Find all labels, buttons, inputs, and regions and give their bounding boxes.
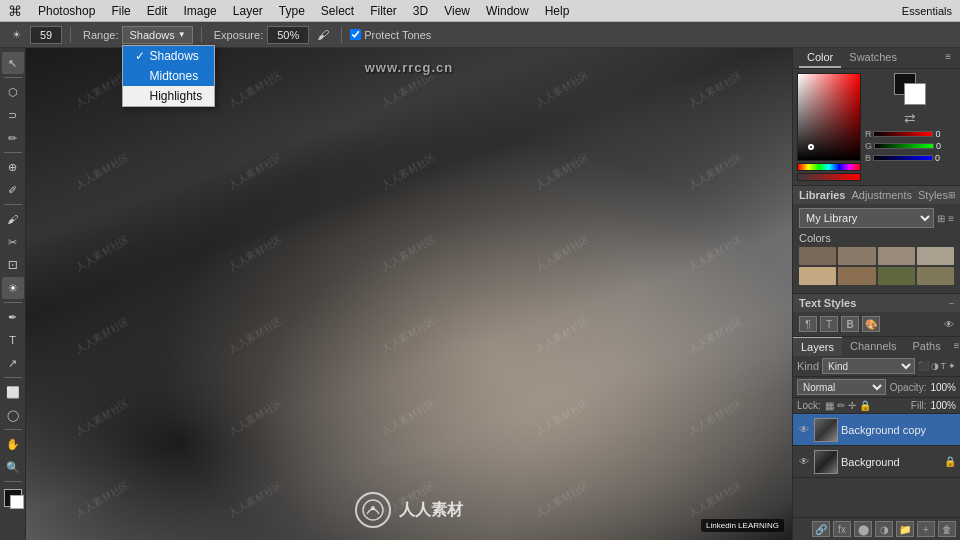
tab-channels[interactable]: Channels <box>842 337 904 356</box>
menu-select[interactable]: Select <box>313 0 362 22</box>
library-menu-icon[interactable]: ≡ <box>948 213 954 224</box>
panel-collapse-icon[interactable]: ≡ <box>942 48 954 68</box>
libraries-grid-icon[interactable]: ⊞ <box>948 190 956 200</box>
lock-transparent-icon[interactable]: ▦ <box>825 400 834 411</box>
swatch-5[interactable] <box>838 267 875 285</box>
filter-kind-select[interactable]: Kind <box>822 358 914 374</box>
swatch-2[interactable] <box>878 247 915 265</box>
libraries-panel-header[interactable]: Libraries Adjustments Styles ⊞ ≡ – <box>793 186 960 204</box>
foreground-color[interactable] <box>4 489 22 507</box>
tool-lasso[interactable]: ⊃ <box>2 104 24 126</box>
layers-link-icon[interactable]: 🔗 <box>812 521 830 537</box>
library-select[interactable]: My Library <box>799 208 934 228</box>
lock-position-icon[interactable]: ✛ <box>848 400 856 411</box>
r-slider[interactable] <box>873 131 933 137</box>
menu-filter[interactable]: Filter <box>362 0 405 22</box>
menu-image[interactable]: Image <box>175 0 224 22</box>
swap-colors-icon[interactable]: ⇄ <box>904 110 916 126</box>
range-option-midtones[interactable]: ✓Midtones <box>123 66 214 86</box>
ts-paragraph-icon[interactable]: ¶ <box>799 316 817 332</box>
ts-color-icon[interactable]: 🎨 <box>862 316 880 332</box>
exposure-input[interactable] <box>267 26 309 44</box>
tool-marquee[interactable]: ⬡ <box>2 81 24 103</box>
layer-row-bg-copy[interactable]: 👁 Background copy <box>793 414 960 446</box>
hue-slider[interactable] <box>797 163 861 171</box>
airbrush-icon[interactable]: 🖌 <box>313 25 333 45</box>
tool-zoom[interactable]: 🔍 <box>2 456 24 478</box>
menu-photoshop[interactable]: Photoshop <box>30 0 103 22</box>
tool-clone[interactable]: ✂ <box>2 231 24 253</box>
menu-file[interactable]: File <box>103 0 138 22</box>
filter-px-icon[interactable]: ⬛ <box>918 361 929 371</box>
layer-name-bg-copy[interactable]: Background copy <box>841 424 956 436</box>
swatch-1[interactable] <box>838 247 875 265</box>
b-slider[interactable] <box>873 155 933 161</box>
menu-window[interactable]: Window <box>478 0 537 22</box>
layers-adj-icon[interactable]: ◑ <box>875 521 893 537</box>
library-add-icon[interactable]: ⊞ <box>937 213 945 224</box>
range-option-shadows[interactable]: ✓Shadows <box>123 46 214 66</box>
g-slider[interactable] <box>874 143 934 149</box>
tab-layers[interactable]: Layers <box>793 337 842 356</box>
background-swatch[interactable] <box>904 83 926 105</box>
brush-size-input[interactable] <box>30 26 62 44</box>
tool-pen[interactable]: ✒ <box>2 306 24 328</box>
blend-mode-select[interactable]: Normal <box>797 379 886 395</box>
apple-menu[interactable]: ⌘ <box>0 3 30 19</box>
protect-tones-checkbox[interactable]: Protect Tones <box>350 29 431 41</box>
swatch-6[interactable] <box>878 267 915 285</box>
tool-path[interactable]: ↗ <box>2 352 24 374</box>
range-dropdown[interactable]: Shadows ▼ ✓Shadows ✓Midtones ✓Highlights <box>122 26 192 44</box>
menu-edit[interactable]: Edit <box>139 0 176 22</box>
tool-wand[interactable]: ✏ <box>2 127 24 149</box>
tool-eyedropper[interactable]: ✐ <box>2 179 24 201</box>
alpha-slider[interactable] <box>797 173 861 181</box>
filter-smart-icon[interactable]: ✦ <box>948 361 956 371</box>
background-color[interactable] <box>10 495 24 509</box>
tool-hand[interactable]: ✋ <box>2 433 24 455</box>
filter-type-icon[interactable]: T <box>941 361 947 371</box>
fg-bg-colors[interactable] <box>894 73 926 105</box>
tool-3d[interactable]: ◯ <box>2 404 24 426</box>
lock-brush-icon[interactable]: ✏ <box>837 400 845 411</box>
menu-view[interactable]: View <box>436 0 478 22</box>
menu-type[interactable]: Type <box>271 0 313 22</box>
layers-folder-icon[interactable]: 📁 <box>896 521 914 537</box>
tab-swatches[interactable]: Swatches <box>841 48 905 68</box>
swatch-7[interactable] <box>917 267 954 285</box>
styles-tab[interactable]: Styles <box>918 189 948 201</box>
text-styles-header[interactable]: Text Styles – <box>793 294 960 312</box>
layers-delete-icon[interactable]: 🗑 <box>938 521 956 537</box>
tab-paths[interactable]: Paths <box>905 337 949 356</box>
tool-shape[interactable]: ⬜ <box>2 381 24 403</box>
color-gradient-area[interactable] <box>797 73 861 181</box>
layer-visibility-icon-bg[interactable]: 👁 <box>797 455 811 469</box>
menu-3d[interactable]: 3D <box>405 0 436 22</box>
layers-fx-icon[interactable]: fx <box>833 521 851 537</box>
layer-visibility-icon-bg-copy[interactable]: 👁 <box>797 423 811 437</box>
ts-bold-icon[interactable]: B <box>841 316 859 332</box>
ts-eye-icon[interactable]: 👁 <box>944 318 954 330</box>
tool-heal[interactable]: ⚀ <box>2 254 24 276</box>
fill-value[interactable]: 100% <box>930 400 956 411</box>
range-option-highlights[interactable]: ✓Highlights <box>123 86 214 106</box>
swatch-4[interactable] <box>799 267 836 285</box>
protect-tones-input[interactable] <box>350 29 361 40</box>
ts-font-icon[interactable]: T <box>820 316 838 332</box>
filter-adj-icon[interactable]: ◑ <box>931 361 939 371</box>
swatch-0[interactable] <box>799 247 836 265</box>
tool-crop[interactable]: ⊕ <box>2 156 24 178</box>
tool-dodge[interactable]: ☀ <box>2 277 24 299</box>
menu-help[interactable]: Help <box>537 0 578 22</box>
layers-new-icon[interactable]: + <box>917 521 935 537</box>
lock-all-icon[interactable]: 🔒 <box>859 400 871 411</box>
color-gradient-canvas[interactable] <box>797 73 861 161</box>
tool-move[interactable]: ↖ <box>2 52 24 74</box>
layer-row-bg[interactable]: 👁 Background 🔒 <box>793 446 960 478</box>
essentials-label[interactable]: Essentials <box>902 5 952 17</box>
tool-text[interactable]: T <box>2 329 24 351</box>
text-styles-collapse[interactable]: – <box>949 298 954 308</box>
tab-color[interactable]: Color <box>799 48 841 68</box>
adjustments-tab[interactable]: Adjustments <box>851 189 912 201</box>
swatch-3[interactable] <box>917 247 954 265</box>
